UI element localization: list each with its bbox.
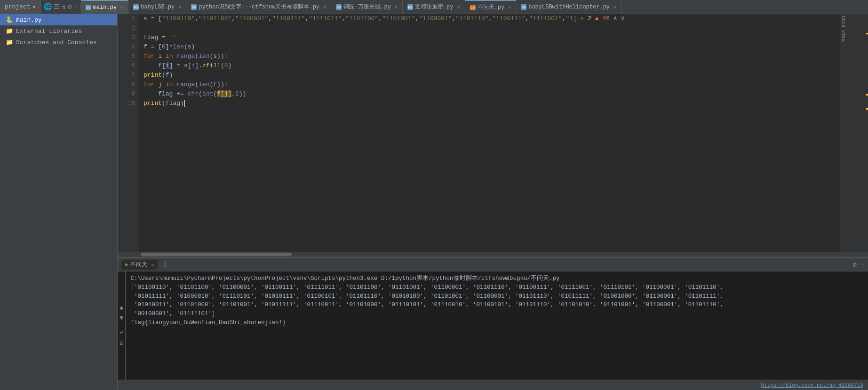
minimap: Data View xyxy=(830,14,868,252)
sidebar-item-label-main: main.py xyxy=(16,16,42,24)
terminal-gear-icon[interactable]: ⚙ xyxy=(852,261,856,269)
project-name: project xyxy=(5,3,31,10)
tab-bar: project ▾ 🌐 ☰ ⇅ ⚙ − py main.py ✕ py baby… xyxy=(0,0,868,14)
sidebar-item-scratches[interactable]: 📁 Scratches and Consoles xyxy=(0,37,117,48)
editor-area: 1 2 3 4 5 6 7 8 9 10 s = ["1100110","110… xyxy=(118,14,868,257)
tab-close-main[interactable]: ✕ xyxy=(120,5,123,10)
line-num-10: 10 xyxy=(121,99,135,108)
tab-main-py[interactable]: py main.py ✕ xyxy=(81,0,128,14)
code-content[interactable]: s = ["1100110","1101100","1100001","1100… xyxy=(139,14,830,252)
line-numbers: 1 2 3 4 5 6 7 8 9 10 xyxy=(118,14,139,252)
line-num-3: 3 xyxy=(121,33,135,42)
tab-close-babylsb-heli[interactable]: ✕ xyxy=(613,4,616,10)
terminal-output-1: ['01100110', '01101100', '01100001', '01… xyxy=(130,283,863,292)
tab-close-jinlin[interactable]: ✕ xyxy=(457,4,460,10)
terminal-run-path: C:\Users\mumuzi\PycharmProjects\pythonPr… xyxy=(130,274,863,283)
sidebar-item-label-scratches: Scratches and Consoles xyxy=(16,39,97,46)
code-scrollbar-thumb[interactable] xyxy=(141,253,292,256)
terminal-body: ▲ ▼ ↩ ⊡ C:\Users\mumuzi\PycharmProjects\… xyxy=(118,271,868,380)
code-scrollbar[interactable] xyxy=(118,252,868,257)
tab-tongjiang[interactable]: py 铜匠-万里长城.py ✕ xyxy=(331,0,403,14)
terminal-minus-icon[interactable]: − xyxy=(860,261,864,269)
code-line-5: for i in range(len(s)): xyxy=(143,52,826,61)
code-line-2 xyxy=(143,24,826,33)
tab-ctfshow[interactable]: py python识别文字---ctfshow天书奇谭脚本.py ✕ xyxy=(186,0,331,14)
tab-babylsb[interactable]: py babyLSB.py ✕ xyxy=(128,0,186,14)
terminal-flag-result: flag{liangyuan_BuWenTian_HaoShi_shurenji… xyxy=(130,318,863,327)
tab-label-jinlin: 近邻法加密.py xyxy=(415,3,454,11)
tab-label-main: main.py xyxy=(93,4,117,11)
terminal-content[interactable]: C:\Users\mumuzi\PycharmProjects\pythonPr… xyxy=(126,271,868,380)
tab-buwen[interactable]: py 不问天.py ✕ xyxy=(465,0,517,14)
sidebar-item-label-ext: External Libraries xyxy=(16,28,82,35)
py-icon-3: py xyxy=(191,4,197,10)
code-line-1: s = ["1100110","1101100","1100001","1100… xyxy=(143,14,826,24)
tab-label-babylsb: babyLSB.py xyxy=(141,4,175,10)
toolbar-minus-icon[interactable]: − xyxy=(73,3,77,11)
tab-label-babylsb-heli: babyLSBwithHelicopter.py xyxy=(528,4,610,10)
tab-label-buwen: 不问天.py xyxy=(478,3,505,11)
code-container[interactable]: 1 2 3 4 5 6 7 8 9 10 s = ["1100110","110… xyxy=(118,14,868,252)
toolbar-list-icon[interactable]: ☰ xyxy=(54,3,60,11)
terminal-actions-left: ▲ ▼ ↩ ⊡ xyxy=(118,271,126,380)
terminal-area: ▶ 不问天 ✕ | ⚙ − ▲ ▼ ↩ ⊡ C xyxy=(118,257,868,380)
main-area: 🐍 main.py 📁 External Libraries 📁 Scratch… xyxy=(0,14,868,390)
sidebar-item-main-py[interactable]: 🐍 main.py xyxy=(0,14,117,25)
tab-close-ctfshow[interactable]: ✕ xyxy=(323,4,326,10)
terminal-tab-buwen[interactable]: ▶ 不问天 ✕ xyxy=(121,260,158,270)
terminal-separator: | xyxy=(159,262,170,268)
py-icon-2: py xyxy=(133,4,139,10)
scroll-up-icon[interactable]: ▲ xyxy=(119,304,123,311)
scroll-down-icon[interactable]: ▼ xyxy=(119,314,123,322)
terminal-output-4: '00100001', '01111101'] xyxy=(130,310,863,318)
code-line-8: for j in range(len(f)): xyxy=(143,80,826,89)
run-icon: ▶ xyxy=(125,261,128,268)
line-num-6: 6 xyxy=(121,61,135,71)
py-icon-5: py xyxy=(407,4,413,10)
line-num-7: 7 xyxy=(121,71,135,80)
terminal-action-3[interactable]: ↩ xyxy=(119,328,123,336)
line-num-9: 9 xyxy=(121,89,135,99)
status-bar: https://blog.csdn.net/qq_42880719 xyxy=(118,380,868,390)
tab-close-babylsb[interactable]: ✕ xyxy=(178,4,181,10)
code-line-6: f[i] = s[i].zfill(8) xyxy=(143,61,826,71)
py-icon: py xyxy=(86,5,91,10)
toolbar-globe-icon[interactable]: 🌐 xyxy=(44,3,52,11)
minimap-warn-1 xyxy=(866,33,868,34)
tab-babylsb-heli[interactable]: py babyLSBwithHelicopter.py ✕ xyxy=(516,0,621,14)
code-line-10: print(flag) xyxy=(143,99,826,108)
line-num-8: 8 xyxy=(121,80,135,89)
status-url[interactable]: https://blog.csdn.net/qq_42880719 xyxy=(761,382,863,388)
terminal-tab-label: 不问天 xyxy=(130,261,147,269)
terminal-tab-close[interactable]: ✕ xyxy=(151,262,154,268)
code-line-9: flag += chr(int(f[j],2)) xyxy=(143,89,826,99)
code-line-3: flag = '' xyxy=(143,33,826,42)
tab-jinlin[interactable]: py 近邻法加密.py ✕ xyxy=(403,0,465,14)
terminal-tab-bar: ▶ 不问天 ✕ | ⚙ − xyxy=(118,258,868,271)
line-num-5: 5 xyxy=(121,52,135,61)
minimap-warn-3 xyxy=(866,108,868,110)
tabs-container: py main.py ✕ py babyLSB.py ✕ py python识别… xyxy=(81,0,868,14)
terminal-tab-actions: ⚙ − xyxy=(852,261,864,269)
tab-label-tongjiang: 铜匠-万里长城.py xyxy=(343,3,391,11)
folder-icon-scratches: 📁 xyxy=(6,39,13,46)
sidebar: 🐍 main.py 📁 External Libraries 📁 Scratch… xyxy=(0,14,118,390)
py-icon-7: py xyxy=(521,4,526,10)
data-view-label: Data View xyxy=(840,14,847,43)
code-line-4: f = [0]*len(s) xyxy=(143,42,826,52)
terminal-action-4[interactable]: ⊡ xyxy=(119,339,123,347)
sidebar-item-external-libraries[interactable]: 📁 External Libraries xyxy=(0,25,117,37)
terminal-output-2: '01011111', '01000010', '01110101', '010… xyxy=(130,292,863,301)
terminal-output-3: '01010011', '01101000', '01101001', '010… xyxy=(130,301,863,310)
line-num-4: 4 xyxy=(121,42,135,52)
file-icon: 🐍 xyxy=(6,16,13,24)
project-selector[interactable]: project ▾ xyxy=(0,0,41,14)
line-num-2: 2 xyxy=(121,24,135,33)
tab-close-tongjiang[interactable]: ✕ xyxy=(395,4,398,10)
toolbar-split-icon[interactable]: ⇅ xyxy=(62,3,65,11)
tab-label-ctfshow: python识别文字---ctfshow天书奇谭脚本.py xyxy=(199,3,319,11)
folder-icon-external: 📁 xyxy=(6,27,13,35)
minimap-warn-2 xyxy=(866,94,868,96)
toolbar-gear-icon[interactable]: ⚙ xyxy=(68,3,72,11)
tab-close-buwen[interactable]: ✕ xyxy=(508,5,511,10)
